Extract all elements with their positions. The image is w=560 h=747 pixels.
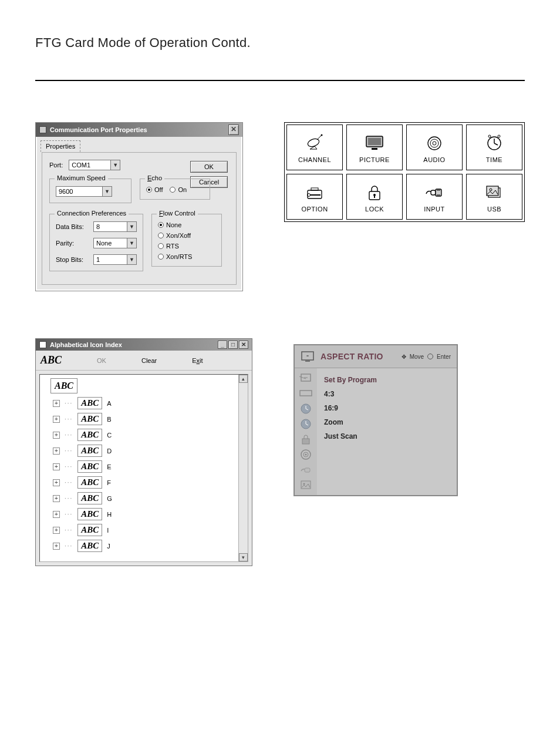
osd-options: Set By Program4:316:9ZoomJust Scan	[317, 368, 457, 495]
expand-icon[interactable]: +	[53, 495, 60, 502]
svg-point-45	[305, 454, 307, 456]
osd-option[interactable]: 16:9	[324, 401, 450, 415]
osd-option[interactable]: Set By Program	[324, 373, 450, 387]
ok-button[interactable]: OK	[190, 161, 228, 173]
exit-button[interactable]: Exit	[192, 357, 203, 364]
dialog-title: Alphabetical Icon Index	[50, 341, 122, 348]
chevron-down-icon: ▼	[127, 222, 136, 231]
comm-port-dialog: Communication Port Properties ✕ Properti…	[35, 122, 243, 291]
tree-area: ABC +···ABCA+···ABCB+···ABCC+···ABCD+···…	[39, 374, 248, 562]
flow-none-radio[interactable]: None	[158, 221, 215, 228]
tree-root[interactable]: ABC	[50, 378, 77, 393]
aspect-ratio-icon	[301, 350, 315, 363]
svg-point-6	[428, 137, 441, 150]
expand-icon[interactable]: +	[53, 511, 60, 518]
tree-letter: J	[107, 543, 110, 550]
svg-rect-21	[431, 190, 436, 195]
tree-connector: ···	[65, 511, 73, 517]
osd-option[interactable]: Zoom	[324, 415, 450, 429]
maximize-icon[interactable]: □	[228, 341, 238, 349]
tree-item[interactable]: +···ABCF	[53, 476, 248, 489]
tree-item[interactable]: +···ABCC	[53, 429, 248, 441]
aspect-square-icon[interactable]	[299, 372, 313, 385]
osd-option[interactable]: 4:3	[324, 387, 450, 401]
flow-xon-radio[interactable]: Xon/Xoff	[158, 232, 215, 239]
ok-button[interactable]: OK	[97, 357, 106, 364]
tv-cell-label: LOCK	[365, 206, 384, 213]
echo-off-radio[interactable]: Off	[146, 186, 163, 193]
tree-item[interactable]: +···ABCI	[53, 524, 248, 536]
tree-connector: ···	[65, 416, 73, 422]
tv-cell-time[interactable]: TIME	[466, 124, 522, 170]
stopbits-label: Stop Bits:	[56, 256, 87, 263]
photo-mini-icon[interactable]	[299, 479, 313, 492]
scroll-down-icon[interactable]: ▾	[239, 553, 248, 561]
tree-letter: F	[107, 479, 111, 486]
dialog-title: Communication Port Properties	[50, 126, 147, 133]
parity-select[interactable]: None ▼	[93, 238, 137, 248]
close-icon[interactable]: ✕	[239, 341, 248, 349]
tree-item[interactable]: +···ABCB	[53, 413, 248, 425]
close-icon[interactable]: ✕	[228, 124, 239, 135]
expand-icon[interactable]: +	[53, 479, 60, 486]
tv-cell-usb[interactable]: USB	[466, 174, 522, 220]
port-select[interactable]: COM1 ▼	[69, 160, 120, 170]
clock2-icon[interactable]	[299, 418, 313, 430]
satellite-icon	[304, 134, 325, 153]
tree-item[interactable]: +···ABCD	[53, 445, 248, 457]
max-speed-label: Maximum Speed	[55, 174, 108, 181]
tv-cell-audio[interactable]: AUDIO	[406, 124, 463, 170]
icon-index-dialog: Alphabetical Icon Index _ □ ✕ ABC OK Cle…	[35, 338, 252, 566]
tree-connector: ···	[65, 527, 73, 533]
tree-item[interactable]: +···ABCJ	[53, 540, 248, 552]
echo-on-radio[interactable]: On	[170, 186, 187, 193]
max-speed-select[interactable]: 9600 ▼	[56, 186, 112, 197]
expand-icon[interactable]: +	[53, 416, 60, 423]
flow-rts-radio[interactable]: RTS	[158, 243, 215, 250]
tv-cell-option[interactable]: OPTION	[286, 174, 343, 220]
clock-icon[interactable]	[299, 402, 313, 415]
dialog-titlebar: Alphabetical Icon Index _ □ ✕	[36, 339, 252, 351]
plug-mini-icon[interactable]	[299, 463, 313, 476]
clear-button[interactable]: Clear	[141, 357, 157, 364]
lock-icon	[364, 183, 385, 202]
tv-cell-channel[interactable]: CHANNEL	[286, 124, 343, 170]
tv-cell-label: PICTURE	[359, 156, 390, 163]
connection-prefs-group: Connection Preferences Data Bits: 8 ▼ Pa…	[49, 214, 143, 271]
databits-select[interactable]: 8 ▼	[93, 221, 137, 232]
tree-item[interactable]: +···ABCE	[53, 460, 248, 473]
tree-connector: ···	[65, 400, 73, 406]
lock-icon[interactable]	[299, 433, 313, 446]
tv-cell-input[interactable]: INPUT	[406, 174, 463, 220]
tree-connector: ···	[65, 432, 73, 438]
aspect-wide-icon[interactable]	[299, 387, 313, 400]
expand-icon[interactable]: +	[53, 447, 60, 455]
minimize-icon[interactable]: _	[218, 341, 227, 349]
stopbits-select[interactable]: 1 ▼	[93, 254, 137, 265]
page-title: FTG Card Mode of Operation Contd.	[35, 35, 525, 51]
expand-icon[interactable]: +	[53, 527, 60, 534]
tv-menu-grid: CHANNELPICTUREAUDIOTIMEOPTIONLOCKINPUTUS…	[284, 122, 525, 222]
svg-rect-42	[302, 439, 309, 444]
enter-circle-icon	[427, 354, 433, 359]
scroll-up-icon[interactable]: ▴	[239, 375, 248, 383]
target-icon[interactable]	[299, 448, 313, 461]
scrollbar[interactable]: ▴ ▾	[238, 375, 248, 561]
move-arrows-icon: ✥	[402, 354, 406, 360]
expand-icon[interactable]: +	[53, 463, 60, 470]
tab-properties[interactable]: Properties	[41, 140, 80, 152]
abc-badge: ABC	[77, 460, 102, 473]
flow-xonrts-radio[interactable]: Xon/RTS	[158, 253, 215, 260]
osd-option[interactable]: Just Scan	[324, 429, 450, 443]
expand-icon[interactable]: +	[53, 543, 60, 550]
tree-item[interactable]: +···ABCH	[53, 508, 248, 520]
tv-cell-lock[interactable]: LOCK	[346, 174, 403, 220]
tree-item[interactable]: +···ABCG	[53, 492, 248, 504]
expand-icon[interactable]: +	[53, 432, 60, 439]
tv-cell-picture[interactable]: PICTURE	[346, 124, 403, 170]
tree-item[interactable]: +···ABCA	[53, 397, 248, 409]
expand-icon[interactable]: +	[53, 400, 60, 407]
tree-connector: ···	[65, 479, 73, 486]
chevron-down-icon: ▼	[110, 160, 120, 170]
tree-letter: H	[107, 511, 112, 518]
